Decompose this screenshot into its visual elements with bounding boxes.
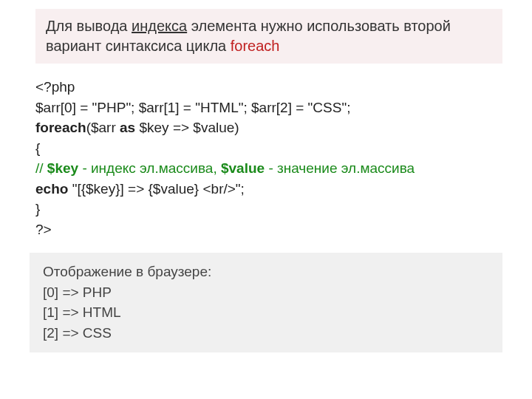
kw-as: as — [120, 120, 135, 135]
code-line: <?php — [35, 77, 502, 98]
comment-frag: - значение эл.массива — [265, 160, 415, 176]
code-line: foreach($arr as $key => $value) — [35, 117, 502, 138]
code-line: } — [35, 199, 502, 219]
code-line: { — [35, 138, 502, 159]
code-frag: $key => $value) — [135, 120, 239, 135]
header-foreach-word: foreach — [231, 38, 280, 54]
output-line: [1] => HTML — [43, 302, 489, 323]
comment-key: $key — [47, 160, 78, 176]
comment-frag: // — [35, 160, 47, 176]
kw-foreach: foreach — [35, 120, 86, 135]
code-line: $arr[0] = "PHP"; $arr[1] = "HTML"; $arr[… — [35, 98, 502, 118]
comment-value: $value — [221, 160, 265, 176]
header-index-word: индекса — [132, 18, 187, 34]
output-line: [0] => PHP — [43, 282, 489, 303]
comment-frag: - индекс эл.массива, — [78, 160, 221, 176]
output-box: Отображение в браузере: [0] => PHP [1] =… — [30, 253, 502, 352]
header-prefix: Для вывода — [46, 18, 132, 34]
code-line: echo "[{$key}] => {$value} <br/>"; — [35, 179, 502, 200]
code-frag: ($arr — [86, 120, 120, 135]
kw-echo: echo — [35, 181, 68, 197]
output-line: [2] => CSS — [43, 323, 489, 344]
code-line: ?> — [35, 219, 502, 240]
output-title: Отображение в браузере: — [43, 262, 489, 282]
code-frag: "[{$key}] => {$value} <br/>"; — [68, 181, 245, 197]
code-comment: // $key - индекс эл.массива, $value - зн… — [35, 158, 502, 179]
code-block: <?php $arr[0] = "PHP"; $arr[1] = "HTML";… — [35, 77, 502, 239]
info-header: Для вывода индекса элемента нужно исполь… — [35, 9, 502, 64]
